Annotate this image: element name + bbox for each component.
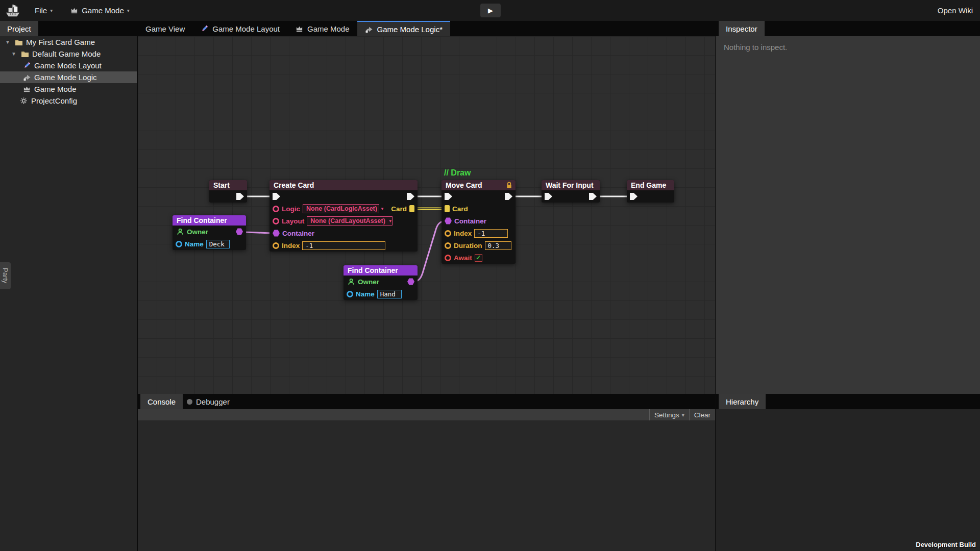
exec-out-pin[interactable] [407,193,414,200]
game-mode-menu-label: Game Mode [82,6,124,15]
expand-arrow-icon[interactable]: ▼ [10,51,17,57]
exec-out-pin[interactable] [505,193,512,200]
tab-game-mode-logic[interactable]: Game Mode Logic* [357,21,450,36]
index-pin-label: Index [282,242,300,249]
open-wiki-link[interactable]: Open Wiki [938,0,973,21]
console-output[interactable] [138,420,715,551]
container-pin-label: Container [282,230,314,237]
node-wait-for-input[interactable]: Wait For Input [542,180,600,203]
file-menu[interactable]: File ▾ [30,6,58,15]
node-move-card[interactable]: Move Card Card Container Index -1 Durati… [442,180,516,264]
dropdown-arrow-icon: ▼ [377,207,384,211]
tab-hierarchy[interactable]: Hierarchy [719,394,766,409]
name-pin[interactable] [347,291,353,297]
card-pin-label: Card [452,205,468,213]
card-out-pin[interactable] [409,205,414,212]
card-in-pin[interactable] [445,205,450,212]
exec-out-pin[interactable] [236,193,244,200]
tab-project[interactable]: Project [0,21,38,36]
logic-arrow-icon [22,73,31,81]
card-out-label: Card [391,205,407,213]
tree-item-my-first-card-game[interactable]: ▼ My First Card Game [0,36,137,48]
tab-inspector[interactable]: Inspector [719,21,765,36]
owner-pin-label: Owner [358,278,379,286]
node-start[interactable]: Start [209,180,247,203]
exec-out-pin[interactable] [589,193,597,200]
await-pin-label: Await [454,254,472,262]
duration-value-input[interactable]: 0.3 [485,241,511,250]
index-value-input[interactable]: -1 [302,241,385,250]
chevron-down-icon: ▾ [682,412,684,418]
graph-canvas[interactable]: // Draw Start Create Card Logic None (Ca… [138,36,715,394]
tree-item-default-game-mode[interactable]: ▼ Default Game Mode [0,48,137,60]
hierarchy-tab-label: Hierarchy [726,397,758,406]
name-value-input[interactable]: Hand [377,290,402,298]
exec-in-pin[interactable] [273,193,280,200]
node-end-game[interactable]: End Game [627,180,674,203]
folder-icon [20,51,29,58]
tree-item-label: Game Mode Logic [34,73,97,82]
logic-arrow-icon [365,26,374,33]
node-title: Wait For Input [542,180,600,190]
tree-item-game-mode-layout[interactable]: Game Mode Layout [0,60,137,71]
expand-arrow-icon[interactable]: ▼ [4,39,11,45]
tree-item-label: Default Game Mode [32,49,101,58]
container-out-pin[interactable] [407,278,414,285]
index-pin[interactable] [273,242,279,249]
node-create-card[interactable]: Create Card Logic None (CardLogicAsset) … [270,180,418,252]
index-pin[interactable] [445,230,451,237]
tab-debugger[interactable]: Debugger [180,394,237,409]
party-side-tab[interactable]: Party [0,262,11,289]
tab-label: Game Mode Layout [212,24,280,33]
tree-item-label: ProjectConfig [31,96,77,105]
tab-label: Game View [145,24,185,33]
node-title: Find Container [344,265,418,276]
tree-item-label: My First Card Game [26,38,95,46]
debugger-tab-label: Debugger [196,397,230,406]
name-pin-label: Name [185,240,204,248]
index-value-input[interactable]: -1 [474,229,508,238]
tree-item-projectconfig[interactable]: ProjectConfig [0,95,137,107]
node-find-container-hand[interactable]: Find Container Owner Name Hand [344,265,418,300]
container-out-pin[interactable] [236,228,243,235]
party-tab-label: Party [2,268,9,283]
check-icon: ✓ [476,254,481,261]
gear-icon [19,97,28,105]
name-value-input[interactable]: Deck [206,240,230,248]
logic-pin[interactable] [273,206,279,212]
console-clear-button[interactable]: Clear [689,409,715,420]
tab-label: Game Mode Logic* [377,25,443,34]
file-menu-label: File [35,6,47,15]
tab-strip: Project Game View Game Mode Layout Game … [0,21,980,36]
game-mode-menu[interactable]: Game Mode ▾ [65,6,135,15]
tree-item-game-mode[interactable]: Game Mode [0,83,137,95]
graph-comment[interactable]: // Draw [444,168,471,178]
dropdown-arrow-icon: ▼ [385,219,393,223]
duration-pin-label: Duration [454,242,482,249]
tab-game-mode[interactable]: Game Mode [287,21,357,36]
exec-in-pin[interactable] [545,193,552,200]
duration-pin[interactable] [445,242,451,249]
project-tab-label: Project [7,24,31,33]
exec-in-pin[interactable] [630,193,638,200]
await-pin[interactable] [445,255,451,261]
layout-pin[interactable] [273,218,279,224]
editor-tabs: Game View Game Mode Layout Game Mode Gam… [138,21,450,36]
tab-console[interactable]: Console [140,394,183,409]
container-pin[interactable] [445,217,452,224]
node-find-container-deck[interactable]: Find Container Owner Name Deck [173,215,246,250]
index-pin-label: Index [454,230,472,237]
tab-game-mode-layout[interactable]: Game Mode Layout [192,21,287,36]
await-checkbox[interactable]: ✓ [475,254,482,262]
container-pin[interactable] [273,230,280,237]
play-button[interactable]: ▶ [480,4,501,17]
logic-asset-dropdown[interactable]: None (CardLogicAsset) ▼ [303,204,379,213]
exec-in-pin[interactable] [445,193,452,200]
layout-asset-dropdown[interactable]: None (CardLayoutAsset) ▼ [307,216,393,226]
tree-item-game-mode-logic[interactable]: Game Mode Logic [0,71,137,83]
lock-icon [506,182,512,189]
tab-game-view[interactable]: Game View [138,21,192,36]
console-settings-dropdown[interactable]: Settings ▾ [649,409,689,420]
name-pin[interactable] [176,241,182,247]
owner-person-icon [347,278,355,285]
